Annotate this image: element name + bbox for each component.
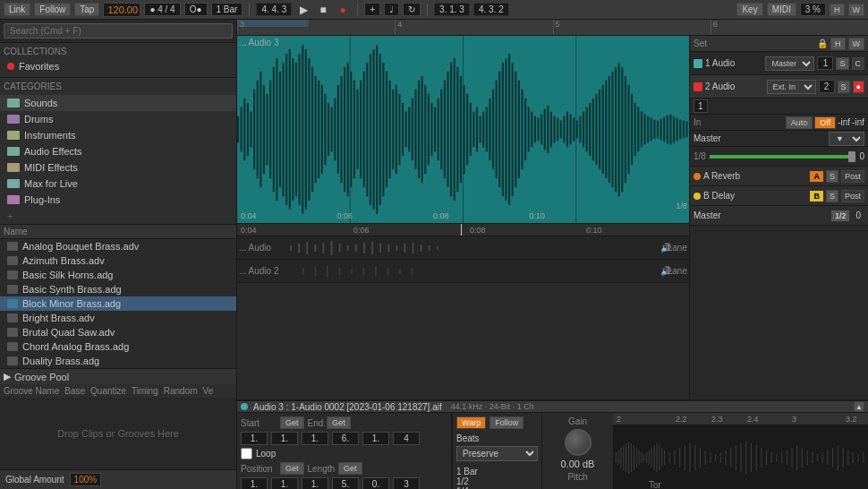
file-item[interactable]: Basic Silk Horns.adg bbox=[0, 268, 236, 282]
mixer-h-button[interactable]: H bbox=[830, 38, 846, 50]
svg-rect-163 bbox=[437, 246, 438, 250]
svg-rect-7 bbox=[257, 81, 259, 178]
bar-display[interactable]: 1 Bar bbox=[211, 3, 243, 16]
warp-button[interactable]: Warp bbox=[456, 416, 486, 429]
svg-rect-234 bbox=[863, 452, 864, 463]
loop-checkbox[interactable] bbox=[241, 448, 252, 459]
start-val2[interactable]: 1. bbox=[271, 432, 298, 445]
svg-rect-54 bbox=[408, 107, 410, 152]
separator3 bbox=[427, 4, 428, 16]
send-b-solo[interactable]: S bbox=[826, 190, 838, 202]
file-item[interactable]: Bright Brass.adv bbox=[0, 311, 236, 325]
len-val2[interactable]: 0. bbox=[362, 477, 389, 489]
ch2-rec-button[interactable]: ● bbox=[853, 81, 864, 93]
category-audio-effects[interactable]: Audio Effects bbox=[0, 143, 236, 159]
file-item[interactable]: Basic Synth Brass.adg bbox=[0, 282, 236, 296]
file-item[interactable]: Analog Bouquet Brass.adv bbox=[0, 239, 236, 253]
off-button[interactable]: Off bbox=[814, 116, 836, 129]
svg-rect-73 bbox=[470, 103, 472, 157]
svg-rect-45 bbox=[379, 54, 381, 205]
ch1-route-select[interactable]: Master bbox=[765, 56, 814, 71]
svg-rect-52 bbox=[402, 103, 404, 157]
ch2-route-select[interactable]: Ext. In bbox=[767, 80, 816, 94]
category-max[interactable]: Max for Live bbox=[0, 176, 236, 192]
clip-edit-button[interactable]: ▲ bbox=[854, 401, 864, 412]
pos-val2[interactable]: 1. bbox=[271, 477, 298, 489]
key-button[interactable]: Key bbox=[736, 3, 762, 16]
svg-rect-101 bbox=[560, 121, 562, 139]
svg-rect-77 bbox=[482, 112, 484, 148]
svg-rect-139 bbox=[683, 121, 685, 139]
mixer-w-button[interactable]: W bbox=[848, 38, 865, 50]
file-icon bbox=[7, 313, 18, 322]
midi-button[interactable]: MIDI bbox=[767, 3, 796, 16]
file-item[interactable]: Azimuth Brass.adv bbox=[0, 253, 236, 268]
follow-button[interactable]: Follow bbox=[489, 416, 523, 429]
start-val1[interactable]: 1. bbox=[241, 432, 268, 445]
ruler-mark-6: 6 bbox=[711, 20, 718, 35]
end-val1[interactable]: 6. bbox=[332, 432, 359, 445]
file-list-scroll[interactable]: Analog Bouquet Brass.adv Azimuth Brass.a… bbox=[0, 239, 236, 368]
svg-rect-47 bbox=[386, 72, 387, 187]
follow-button[interactable]: Follow bbox=[34, 3, 71, 16]
len-val1[interactable]: 5. bbox=[332, 477, 359, 489]
gain-knob[interactable] bbox=[565, 429, 591, 456]
search-input[interactable] bbox=[4, 23, 233, 39]
category-drums[interactable]: Drums bbox=[0, 111, 236, 127]
tap-button[interactable]: Tap bbox=[74, 3, 99, 16]
file-item-selected[interactable]: Block Minor Brass.adg bbox=[0, 296, 236, 311]
svg-rect-105 bbox=[573, 118, 574, 142]
play-button[interactable]: ▶ bbox=[295, 3, 311, 17]
len-val3[interactable]: 3 bbox=[393, 477, 420, 489]
file-item[interactable]: Brutal Quad Saw.adv bbox=[0, 325, 236, 339]
category-plugins[interactable]: Plug-Ins bbox=[0, 192, 236, 208]
send-b-post[interactable]: Post bbox=[841, 190, 864, 202]
send-a-solo[interactable]: S bbox=[826, 170, 838, 183]
start-val3[interactable]: 1. bbox=[302, 432, 328, 445]
link-button[interactable]: Link bbox=[4, 3, 30, 16]
end-get-button[interactable]: Get bbox=[327, 416, 351, 429]
record-button[interactable]: ● bbox=[335, 3, 351, 17]
master-select[interactable]: ▼ bbox=[829, 132, 864, 146]
mixer-header: Set 🔒 H W bbox=[690, 36, 868, 52]
ch1-solo-button[interactable]: S bbox=[836, 57, 848, 70]
add-folder[interactable]: + bbox=[0, 208, 236, 224]
category-midi-effects[interactable]: MIDI Effects bbox=[0, 159, 236, 176]
send-a-button[interactable]: A bbox=[810, 171, 823, 182]
svg-rect-193 bbox=[659, 445, 660, 470]
svg-rect-134 bbox=[667, 116, 668, 144]
file-item[interactable]: Chord Analog Brass.adg bbox=[0, 339, 236, 354]
length-get-button[interactable]: Get bbox=[338, 462, 362, 475]
ch1-cue-button[interactable]: C bbox=[852, 57, 865, 70]
stop-button[interactable]: ■ bbox=[315, 3, 331, 17]
start-get-button[interactable]: Get bbox=[280, 416, 304, 429]
warp-mode-select[interactable]: Preserve Transients bbox=[456, 446, 538, 461]
auto-button[interactable]: Auto bbox=[786, 116, 813, 129]
bpm-display[interactable]: 120.00 bbox=[103, 3, 140, 17]
pos-val3[interactable]: 1. bbox=[302, 477, 328, 489]
end-val2[interactable]: 1. bbox=[362, 432, 389, 445]
svg-rect-167 bbox=[327, 266, 328, 277]
send-b-button[interactable]: B bbox=[810, 191, 823, 202]
col-ve: Ve bbox=[203, 386, 214, 396]
favorites-item[interactable]: Favorites bbox=[4, 59, 233, 73]
file-item[interactable]: Duality Brass.adg bbox=[0, 354, 236, 368]
global-amount-value[interactable]: 100% bbox=[70, 473, 102, 486]
h-button[interactable]: H bbox=[830, 4, 845, 16]
end-val3[interactable]: 4 bbox=[393, 432, 420, 445]
file-list-header: Name bbox=[0, 225, 236, 239]
svg-rect-120 bbox=[621, 67, 623, 192]
category-sounds[interactable]: Sounds bbox=[0, 95, 236, 111]
tmark-008: 0:08 bbox=[470, 226, 486, 235]
svg-rect-32 bbox=[337, 85, 339, 175]
svg-rect-48 bbox=[389, 81, 391, 178]
master-send-button[interactable]: 1/2 bbox=[831, 210, 850, 221]
w-button[interactable]: W bbox=[848, 4, 865, 16]
send-a-post[interactable]: Post bbox=[841, 170, 864, 183]
pos-val1[interactable]: 1. bbox=[241, 477, 268, 489]
svg-rect-11 bbox=[269, 81, 271, 178]
position-get-button[interactable]: Get bbox=[280, 462, 304, 475]
category-instruments[interactable]: Instruments bbox=[0, 127, 236, 143]
ch2-solo-button[interactable]: S bbox=[838, 81, 850, 93]
master-fader[interactable] bbox=[710, 155, 856, 159]
